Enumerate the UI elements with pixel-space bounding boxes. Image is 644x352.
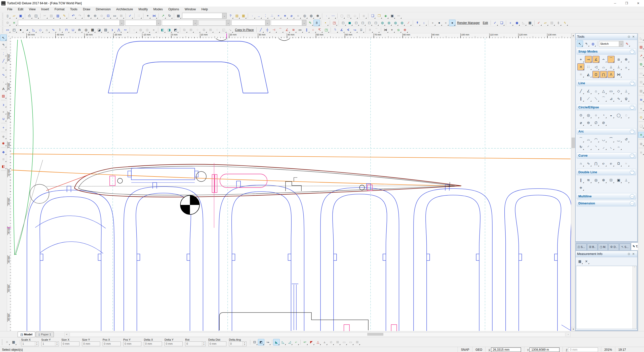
menu-options[interactable]: Options xyxy=(166,7,182,12)
zoom-dynamic-icon[interactable]: ⊙ xyxy=(98,13,105,19)
help-pointer-icon[interactable]: ? xyxy=(227,13,234,19)
chevron-down-icon[interactable]: ⌄⌄ xyxy=(630,201,634,206)
section-header[interactable]: Circle/Ellipse⌃⌃ xyxy=(577,104,636,110)
menu-file[interactable]: File xyxy=(5,7,15,12)
select-overlap-icon[interactable]: ◩ xyxy=(258,339,264,345)
select-arrow-icon[interactable]: ↖ xyxy=(0,34,7,41)
view-sphere-icon-3[interactable]: ◍ xyxy=(392,20,399,26)
field-input[interactable]: 0▲▼ xyxy=(185,341,206,346)
pen-table-icon[interactable]: 8 xyxy=(313,20,320,26)
tab-scroll-back-button[interactable]: < xyxy=(64,332,69,337)
circle-tangent-line-icon[interactable]: ◯ xyxy=(615,112,622,119)
fillet-icon[interactable]: ⌒ xyxy=(277,27,284,33)
snap-grid-icon[interactable]: ∷ xyxy=(585,63,592,70)
walkthrough-icon[interactable]: ↟ xyxy=(414,20,421,26)
render-sphere-icon[interactable]: ● xyxy=(638,105,644,111)
sweep-3d-icon[interactable]: ⋒ xyxy=(76,27,83,33)
chevron-down-icon[interactable]: ⌄ xyxy=(156,20,160,25)
rectangle-icon[interactable]: ▭ xyxy=(608,87,615,95)
cancel-select-icon[interactable]: ⊠ xyxy=(354,339,360,345)
image-wave-icon[interactable]: ≋ xyxy=(638,97,644,103)
menu-help[interactable]: Help xyxy=(198,7,211,12)
crop-icon[interactable]: ◳ xyxy=(323,27,330,33)
pin-icon[interactable]: ⊙ xyxy=(627,34,631,39)
offset-select-icon[interactable]: ▭ xyxy=(347,339,354,345)
intersect-icon[interactable]: ◎ xyxy=(144,27,150,33)
snap-plane-icon[interactable]: ⌓ xyxy=(600,63,607,70)
link-chain-icon[interactable]: ⊙ xyxy=(638,114,644,120)
table-view-icon[interactable]: ▦ xyxy=(577,258,583,265)
copy-radial-icon[interactable]: ⁘ xyxy=(194,27,201,33)
double-rectangle-icon[interactable]: ⊡ xyxy=(608,177,615,184)
field-input[interactable]: 0 mm xyxy=(82,341,100,346)
snap-divide-icon[interactable]: ⫠ xyxy=(623,63,630,70)
ellipse-icon[interactable]: ⊜ xyxy=(585,119,592,126)
point-segment-icon[interactable]: ⁚ xyxy=(0,50,7,57)
transform-sel-icon[interactable]: ⧈ xyxy=(360,13,367,19)
measurement-palette-header[interactable]: Measurement Info ⊙ ✕ xyxy=(576,251,637,257)
arc-radius-2pt-icon[interactable]: ↺ xyxy=(623,136,630,143)
view-sphere-icon-4[interactable]: ◍ xyxy=(399,20,405,26)
palette-tab-blocks[interactable]: ⊞B.. xyxy=(587,243,597,250)
section-header[interactable]: Curve⌃⌃ xyxy=(577,152,636,159)
copy-red-icon[interactable]: ⧅ xyxy=(395,27,402,33)
folder-up-icon[interactable]: ▱ xyxy=(542,20,549,26)
menu-insert[interactable]: Insert xyxy=(38,7,52,12)
x-coordinate-field[interactable]: 26,3315 mm xyxy=(491,347,521,352)
annotate-red-icon[interactable]: ↗ xyxy=(638,53,644,59)
no-snap-icon[interactable]: ⌖ xyxy=(577,56,584,63)
print-preview-icon[interactable]: ◫ xyxy=(33,13,39,19)
block-insert-icon[interactable]: ❒ xyxy=(376,13,382,19)
line-tool-icon[interactable]: ╱ xyxy=(0,57,7,64)
snap-intersection-icon[interactable]: ✕ xyxy=(577,63,584,70)
zoom-window-icon[interactable]: ⊠ xyxy=(118,13,125,19)
loft-3d-icon[interactable]: ◪ xyxy=(96,27,102,33)
render-hidden-icon[interactable]: ● xyxy=(436,20,442,26)
selection-combo[interactable]: ⌄ xyxy=(182,13,227,19)
materials-book-icon[interactable]: ▤ xyxy=(234,13,240,19)
node-mode-icon[interactable]: ↰ xyxy=(583,40,590,47)
field-input[interactable]: 0▲▼ xyxy=(229,341,247,346)
chevron-up-icon[interactable]: ⌃⌃ xyxy=(630,153,634,158)
selector-2d-icon[interactable]: ◤ xyxy=(308,339,315,345)
snap-arc-center-icon[interactable]: ⌒ xyxy=(608,56,615,63)
double-rotated-rect-icon[interactable]: ▣ xyxy=(615,177,622,184)
print-icon[interactable]: ⎙ xyxy=(26,13,33,19)
prism-3d-icon[interactable]: ◇ xyxy=(37,27,44,33)
style-brush-icon[interactable]: ✎ xyxy=(624,40,630,47)
sphere-tool-icon[interactable]: ● xyxy=(0,108,7,115)
circle-tan-icon[interactable]: ○ xyxy=(310,27,316,33)
facet-edit-icon-2[interactable]: ◨ xyxy=(166,27,172,33)
spell-check-icon[interactable]: ✓ xyxy=(127,13,133,19)
render-quality-icon[interactable]: ● xyxy=(449,20,456,26)
snap-point-icon-6[interactable]: ∗ xyxy=(282,13,288,19)
menu-draw[interactable]: Draw xyxy=(80,7,93,12)
view-iso-icon-6[interactable]: ◻ xyxy=(373,20,379,26)
field-input[interactable]: 0 mm xyxy=(61,341,79,346)
hatch-combo[interactable]: ⌄ xyxy=(231,20,270,26)
snap-mirror-icon[interactable]: ⋈ xyxy=(615,71,622,78)
mesh-3d-icon[interactable]: ▦ xyxy=(89,27,96,33)
snap-compass-icon[interactable]: Λ xyxy=(608,71,615,78)
paper-tab[interactable]: ▯Paper 1 xyxy=(36,332,54,337)
fixed-ratio-arc-icon[interactable]: ⌢ xyxy=(615,143,622,150)
zoom-level[interactable]: 201% xyxy=(601,347,615,352)
ortho-toggle-icon[interactable]: ◣ xyxy=(273,339,280,345)
chevron-up-icon[interactable]: ⌃⌃ xyxy=(630,170,634,174)
building-icon[interactable]: ▤ xyxy=(549,20,555,26)
scroll-right-button[interactable]: › xyxy=(566,332,571,337)
maximize-button[interactable]: ❐ xyxy=(621,0,632,7)
facet-edit-icon-1[interactable]: ◧ xyxy=(159,27,166,33)
closed-spline-icon[interactable]: Ω xyxy=(615,160,622,167)
arc-1-2-3-icon[interactable]: ⁀ xyxy=(608,136,615,143)
chamfer-icon[interactable]: ∠ xyxy=(284,27,290,33)
extrude-3d-icon[interactable]: ⊓ xyxy=(63,27,70,33)
slice-icon[interactable]: ● xyxy=(150,27,157,33)
snap-cone-icon[interactable]: ◭ xyxy=(585,71,592,78)
cp-toggle-icon[interactable]: ◿ xyxy=(286,339,293,345)
sketch-curve-icon[interactable]: ≈ xyxy=(623,160,630,167)
rotate-view-icon[interactable]: ↻ xyxy=(166,13,173,19)
z-coordinate-field[interactable]: 0 mm xyxy=(568,347,598,352)
perpendicular-line-icon[interactable]: ⊥ xyxy=(623,87,630,95)
save-icon[interactable]: ▣ xyxy=(17,13,24,19)
